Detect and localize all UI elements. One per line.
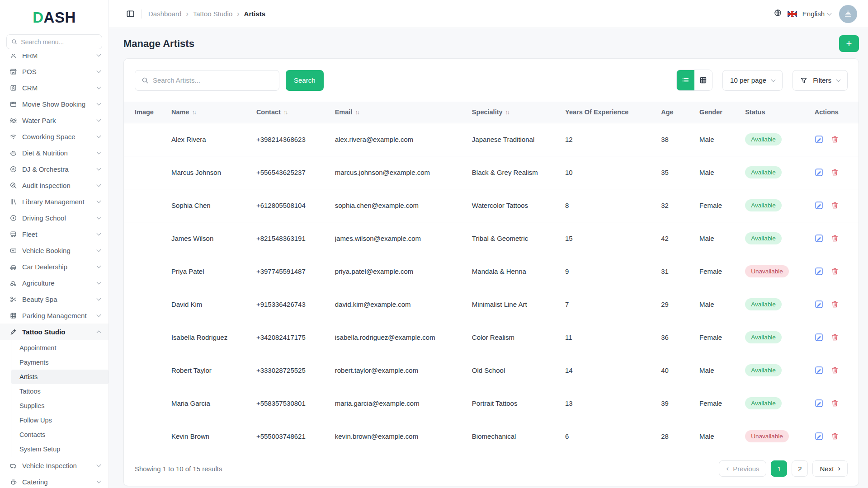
delete-button[interactable]: [830, 201, 840, 210]
delete-button[interactable]: [830, 135, 840, 144]
artist-gender: Female: [693, 387, 739, 420]
sidebar-item-car-dealership[interactable]: Car Dealership: [0, 258, 108, 275]
delete-button[interactable]: [830, 300, 840, 309]
trash-icon: [830, 366, 839, 375]
submenu-item-payments[interactable]: Payments: [11, 355, 108, 370]
submenu-item-supplies[interactable]: Supplies: [11, 399, 108, 413]
delete-button[interactable]: [830, 399, 840, 408]
sidebar-item-driving-school[interactable]: Driving School: [0, 210, 108, 226]
sidebar-item-coworking-space[interactable]: Coworking Space: [0, 128, 108, 145]
delete-button[interactable]: [830, 333, 840, 342]
delete-button[interactable]: [830, 234, 840, 243]
sidebar-item-diet-nutrition[interactable]: Diet & Nutrition: [0, 145, 108, 161]
page-button-1[interactable]: 1: [771, 460, 787, 477]
sort-icon[interactable]: ↑↓: [192, 109, 195, 116]
per-page-select[interactable]: 10 per page: [722, 70, 783, 91]
artist-experience: 9: [559, 255, 655, 288]
results-summary: Showing 1 to 10 of 15 results: [135, 465, 222, 473]
grid-icon: [699, 76, 707, 84]
column-header-email[interactable]: Email↑↓: [329, 102, 466, 123]
status-badge: Available: [745, 364, 782, 376]
pos-icon: [9, 67, 17, 75]
column-header-contact[interactable]: Contact↑↓: [250, 102, 329, 123]
sidebar-item-vehicle-booking[interactable]: Vehicle Booking: [0, 242, 108, 258]
sidebar-search-input[interactable]: [21, 38, 97, 46]
list-view-button[interactable]: [677, 70, 694, 90]
sidebar-item-parking-management[interactable]: Parking Management: [0, 307, 108, 324]
sidebar-item-dj-orchestra[interactable]: DJ & Orchestra: [0, 161, 108, 177]
sidebar-item-pos[interactable]: POS: [0, 63, 108, 80]
edit-button[interactable]: [815, 168, 824, 177]
next-page-button[interactable]: Next›: [812, 460, 848, 477]
artist-gender: Female: [693, 321, 739, 354]
car-icon: [9, 263, 17, 271]
sidebar-item-hrm[interactable]: HRM: [0, 54, 108, 63]
page-button-2[interactable]: 2: [792, 460, 808, 477]
filters-button[interactable]: Filters: [793, 70, 848, 91]
search-button[interactable]: Search: [286, 70, 324, 91]
sidebar-toggle-icon[interactable]: [125, 9, 135, 19]
artist-gender: Male: [693, 156, 739, 189]
grid-view-button[interactable]: [694, 70, 712, 90]
delete-button[interactable]: [830, 366, 840, 375]
globe-icon[interactable]: [774, 9, 782, 19]
edit-button[interactable]: [815, 234, 824, 243]
breadcrumb-tattoo-studio[interactable]: Tattoo Studio: [193, 10, 233, 18]
delete-button[interactable]: [830, 267, 840, 276]
sidebar-item-agriculture[interactable]: Agriculture: [0, 275, 108, 291]
submenu-item-system-setup[interactable]: System Setup: [11, 442, 108, 456]
breadcrumb-current: Artists: [244, 10, 266, 18]
sidebar-item-tattoo-studio[interactable]: Tattoo Studio: [0, 324, 108, 340]
submenu-item-artists[interactable]: Artists: [11, 370, 108, 384]
artist-age: 40: [655, 354, 693, 387]
toolbar-right: 10 per page Filters: [676, 70, 848, 91]
column-header-name[interactable]: Name↑↓: [165, 102, 250, 123]
sort-icon[interactable]: ↑↓: [355, 109, 359, 116]
sidebar-item-vehicle-inspection[interactable]: Vehicle Inspection: [0, 457, 108, 474]
edit-button[interactable]: [815, 135, 824, 144]
delete-button[interactable]: [830, 168, 840, 177]
sort-icon[interactable]: ↑↓: [283, 109, 287, 116]
edit-button[interactable]: [815, 300, 824, 309]
chevron-down-icon: [97, 231, 101, 236]
sidebar-item-library-management[interactable]: Library Management: [0, 193, 108, 210]
artist-email: robert.taylor@example.com: [329, 354, 466, 387]
sidebar-item-crm[interactable]: CRM: [0, 80, 108, 96]
submenu-item-contacts[interactable]: Contacts: [11, 427, 108, 442]
delete-button[interactable]: [830, 432, 840, 441]
sidebar-item-label: Parking Management: [22, 312, 92, 319]
edit-button[interactable]: [815, 432, 824, 441]
sort-icon[interactable]: ↑↓: [505, 109, 509, 116]
artist-name: Marcus Johnson: [165, 156, 250, 189]
sidebar-item-movie-show-booking[interactable]: Movie Show Booking: [0, 96, 108, 112]
trash-icon: [830, 135, 839, 144]
language-selector[interactable]: English: [802, 10, 831, 18]
app-root: DASH HRM POS CRM: [0, 0, 868, 488]
sidebar-item-label: Beauty Spa: [22, 296, 92, 303]
edit-button[interactable]: [815, 267, 824, 276]
chevron-down-icon: [97, 296, 101, 301]
submenu-item-tattoos[interactable]: Tattoos: [11, 384, 108, 399]
page-title: Manage Artists: [123, 38, 194, 50]
edit-button[interactable]: [815, 366, 824, 375]
submenu-item-appointment[interactable]: Appointment: [11, 341, 108, 355]
edit-button[interactable]: [815, 201, 824, 210]
edit-button[interactable]: [815, 333, 824, 342]
user-avatar[interactable]: [839, 5, 857, 23]
sidebar-item-catering[interactable]: Catering: [0, 474, 108, 488]
sidebar-item-beauty-spa[interactable]: Beauty Spa: [0, 291, 108, 307]
column-header-speciality[interactable]: Speciality↑↓: [466, 102, 559, 123]
artist-name: Kevin Brown: [165, 420, 250, 453]
artist-search-input[interactable]: [153, 76, 273, 84]
sidebar-item-fleet[interactable]: Fleet: [0, 226, 108, 242]
sidebar-item-water-park[interactable]: Water Park: [0, 112, 108, 128]
add-artist-button[interactable]: +: [839, 35, 859, 52]
edit-button[interactable]: [815, 399, 824, 408]
brand-logo[interactable]: DASH: [0, 0, 108, 33]
submenu-item-follow-ups[interactable]: Follow Ups: [11, 413, 108, 427]
edit-pencil-icon: [815, 168, 823, 177]
breadcrumb-dashboard[interactable]: Dashboard: [148, 10, 181, 18]
previous-page-button[interactable]: ‹Previous: [719, 460, 766, 477]
sidebar-item-audit-inspection[interactable]: Audit Inspection: [0, 177, 108, 193]
artist-contact: +556543625237: [250, 156, 329, 189]
